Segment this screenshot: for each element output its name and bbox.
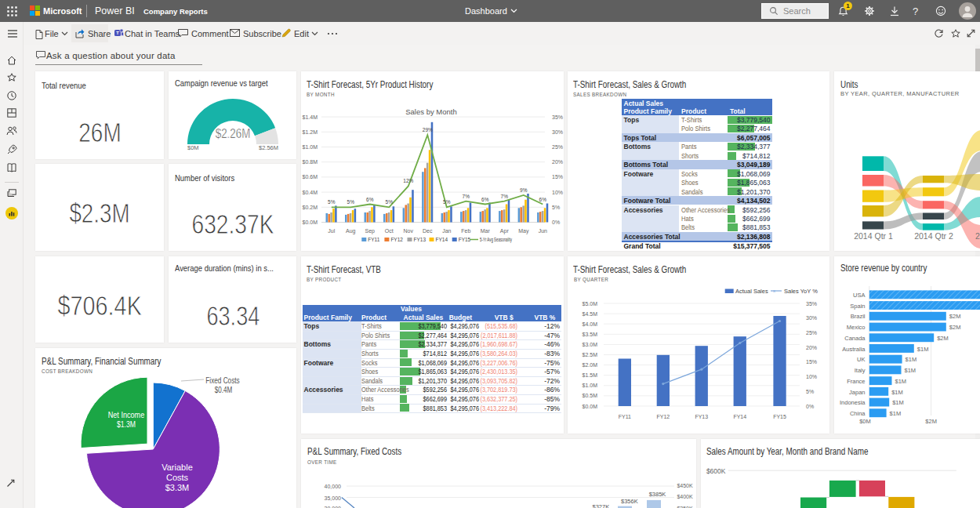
svg-text:$356K: $356K <box>621 498 638 505</box>
svg-text:5%: 5% <box>386 199 394 205</box>
svg-text:35%: 35% <box>806 301 817 307</box>
svg-text:Italy: Italy <box>855 367 866 374</box>
svg-text:$4.0M: $4.0M <box>583 321 598 327</box>
svg-text:FY11: FY11 <box>368 237 379 242</box>
svg-text:$450K: $450K <box>677 483 693 488</box>
svg-text:$1.4M: $1.4M <box>303 114 318 120</box>
svg-text:Brazil: Brazil <box>851 313 866 320</box>
svg-text:$0.5M: $0.5M <box>583 393 598 398</box>
svg-text:$3.0M: $3.0M <box>583 342 598 347</box>
svg-text:$706.4K: $706.4K <box>58 290 142 321</box>
svg-text:China: China <box>850 410 866 417</box>
svg-text:63.34: 63.34 <box>206 300 260 331</box>
svg-text:$2M: $2M <box>925 418 937 425</box>
svg-text:$1M: $1M <box>891 389 903 396</box>
svg-text:FY14: FY14 <box>436 237 448 242</box>
svg-text:10%: 10% <box>552 190 563 195</box>
svg-text:$1.0M: $1.0M <box>303 144 318 150</box>
svg-text:20%: 20% <box>552 159 563 165</box>
svg-text:6%: 6% <box>366 197 374 202</box>
svg-text:T: T <box>116 31 119 35</box>
svg-text:FY12: FY12 <box>390 237 403 242</box>
svg-text:40,000: 40,000 <box>325 484 342 489</box>
svg-text:$1M: $1M <box>906 356 917 363</box>
svg-text:$0.4M: $0.4M <box>215 385 232 394</box>
svg-text:Net Income: Net Income <box>108 410 145 419</box>
svg-text:$3.3M: $3.3M <box>165 483 190 492</box>
svg-text:15%: 15% <box>552 174 563 180</box>
svg-text:Fixed Costs: Fixed Costs <box>205 376 239 385</box>
svg-text:2014 Qtr 1: 2014 Qtr 1 <box>854 231 893 241</box>
svg-text:France: France <box>847 378 865 385</box>
svg-text:$4.5M: $4.5M <box>583 311 598 317</box>
svg-text:$0M: $0M <box>859 418 871 425</box>
svg-text:$2.0M: $2.0M <box>583 362 598 368</box>
svg-text:Japan: Japan <box>849 389 865 396</box>
svg-text:x: x <box>773 288 775 293</box>
svg-text:Actual Sales: Actual Sales <box>735 288 768 295</box>
svg-text:$0.2M: $0.2M <box>303 205 318 210</box>
svg-text:$0.4M: $0.4M <box>303 190 318 195</box>
svg-text:5-Yr Avg Seasonality: 5-Yr Avg Seasonality <box>480 237 513 243</box>
svg-text:FY15: FY15 <box>773 414 786 419</box>
svg-text:15%: 15% <box>806 359 817 365</box>
svg-text:Nov: Nov <box>404 228 414 234</box>
svg-text:$327K: $327K <box>593 503 610 508</box>
svg-text:6%: 6% <box>481 197 489 202</box>
svg-text:$1.2M: $1.2M <box>303 129 318 135</box>
svg-text:10%: 10% <box>806 374 817 379</box>
svg-text:12%: 12% <box>403 178 413 183</box>
svg-text:7%: 7% <box>463 194 470 199</box>
svg-text:$2.26M: $2.26M <box>216 127 251 140</box>
svg-text:5%: 5% <box>443 199 451 205</box>
svg-text:$2M: $2M <box>949 313 961 320</box>
svg-text:Dec: Dec <box>423 228 433 234</box>
svg-text:Mexico: Mexico <box>847 324 866 331</box>
svg-text:26M: 26M <box>78 117 121 147</box>
svg-text:6%: 6% <box>539 197 547 202</box>
svg-text:$400K: $400K <box>677 494 693 499</box>
svg-text:$2M: $2M <box>937 335 949 342</box>
svg-text:20%: 20% <box>806 345 817 350</box>
svg-text:5%: 5% <box>328 199 336 205</box>
svg-text:$2.5M: $2.5M <box>583 352 598 357</box>
svg-text:30%: 30% <box>552 129 563 135</box>
svg-text:Australia: Australia <box>842 346 866 353</box>
svg-text:$1M: $1M <box>892 399 904 406</box>
svg-text:USA: USA <box>853 292 865 299</box>
svg-text:$350K: $350K <box>677 506 693 508</box>
svg-text:$1.0M: $1.0M <box>583 383 598 388</box>
svg-text:Mar: Mar <box>481 228 491 234</box>
svg-text:$1.3M: $1.3M <box>117 419 136 429</box>
svg-text:5%: 5% <box>552 205 560 210</box>
svg-text:May: May <box>518 228 529 234</box>
svg-text:$2.3M: $2.3M <box>69 198 129 228</box>
svg-text:FY13: FY13 <box>695 414 708 419</box>
svg-text:Spain: Spain <box>850 303 865 310</box>
svg-text:632.37K: 632.37K <box>192 209 274 239</box>
svg-text:Sales YoY %: Sales YoY % <box>784 288 818 295</box>
svg-text:Oct: Oct <box>385 228 394 234</box>
svg-text:9%: 9% <box>520 187 528 193</box>
svg-text:$0.8M: $0.8M <box>303 159 318 165</box>
svg-text:7%: 7% <box>501 194 509 199</box>
svg-text:2014 Qtr 2: 2014 Qtr 2 <box>914 231 953 241</box>
svg-text:0%: 0% <box>552 220 560 225</box>
svg-text:25%: 25% <box>552 144 563 150</box>
svg-text:Variable: Variable <box>162 463 193 472</box>
svg-text:$1M: $1M <box>905 367 916 374</box>
svg-text:Sales by Month: Sales by Month <box>405 107 456 116</box>
svg-text:Aug: Aug <box>346 228 356 234</box>
svg-text:Apr: Apr <box>500 228 510 234</box>
svg-text:FY13: FY13 <box>414 237 426 242</box>
svg-text:$385K: $385K <box>649 491 666 498</box>
svg-text:25%: 25% <box>806 330 817 336</box>
svg-text:FY14: FY14 <box>733 414 746 419</box>
svg-text:FY15: FY15 <box>459 237 471 242</box>
svg-text:Costs: Costs <box>166 473 189 482</box>
svg-text:Jun: Jun <box>539 228 547 234</box>
svg-text:Canada: Canada <box>844 335 866 342</box>
svg-text:$3.5M: $3.5M <box>583 332 598 337</box>
svg-text:$0.0M: $0.0M <box>583 404 598 409</box>
svg-text:FY12: FY12 <box>657 414 670 419</box>
